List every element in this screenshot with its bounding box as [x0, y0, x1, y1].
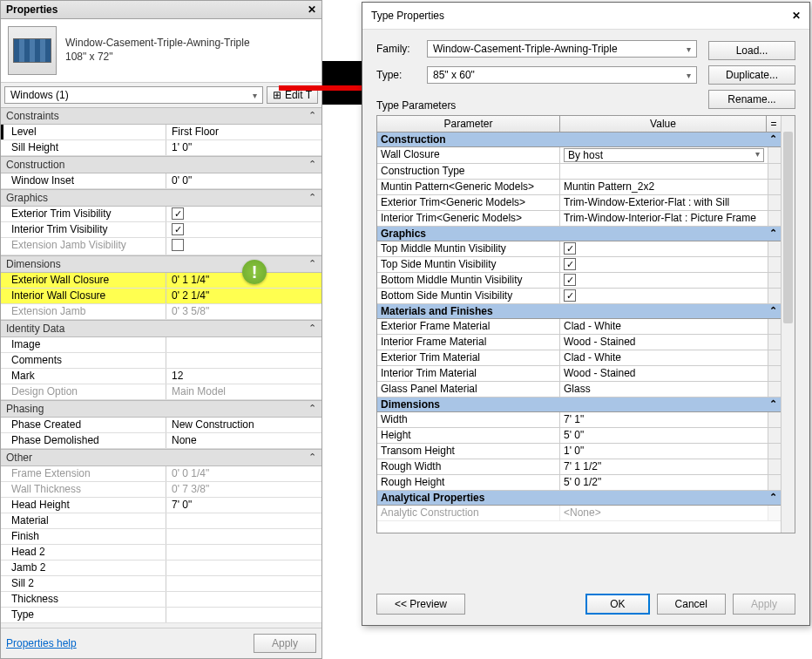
ok-button[interactable]: OK: [585, 594, 649, 615]
property-value[interactable]: 7' 0": [166, 498, 321, 513]
property-row[interactable]: Exterior Wall Closure0' 1 1/4": [1, 273, 321, 289]
dialog-close-icon[interactable]: ✕: [792, 10, 801, 22]
param-row[interactable]: Exterior Trim<Generic Models>Trim-Window…: [377, 195, 781, 211]
property-value[interactable]: [166, 353, 321, 368]
param-row[interactable]: Exterior Trim MaterialClad - White: [377, 350, 781, 366]
property-row[interactable]: Thickness: [1, 592, 321, 608]
property-value[interactable]: [166, 337, 321, 352]
param-value[interactable]: Wood - Stained: [560, 335, 768, 350]
property-value[interactable]: ✓: [166, 207, 321, 221]
param-value[interactable]: Muntin Pattern_2x2: [560, 180, 768, 194]
property-value[interactable]: [166, 576, 321, 591]
param-value[interactable]: ✓: [560, 257, 768, 272]
param-row[interactable]: Muntin Pattern<Generic Models>Muntin Pat…: [377, 180, 781, 195]
param-row[interactable]: Transom Height1' 0": [377, 444, 781, 459]
property-row[interactable]: Phase CreatedNew Construction: [1, 418, 321, 433]
property-row[interactable]: Finish: [1, 529, 321, 545]
checkbox[interactable]: ✓: [564, 274, 576, 286]
param-row[interactable]: Top Side Muntin Visibility✓: [377, 257, 781, 273]
property-row[interactable]: Phase DemolishedNone: [1, 433, 321, 449]
property-value[interactable]: [166, 529, 321, 544]
param-value[interactable]: By host▾: [560, 147, 768, 163]
param-value[interactable]: <None>: [560, 506, 768, 520]
family-dropdown[interactable]: Window-Casement-Triple-Awning-Triple▾: [427, 40, 697, 58]
property-row[interactable]: Comments: [1, 353, 321, 369]
category-header[interactable]: Materials and Finishes⌃: [377, 304, 781, 319]
property-value[interactable]: [166, 608, 321, 622]
property-row[interactable]: Extension Jamb0' 3 5/8": [1, 304, 321, 320]
category-header[interactable]: Analytical Properties⌃: [377, 491, 781, 506]
param-row[interactable]: Top Middle Muntin Visibility✓: [377, 241, 781, 257]
property-row[interactable]: Mark12: [1, 369, 321, 384]
property-row[interactable]: Exterior Trim Visibility✓: [1, 207, 321, 222]
property-row[interactable]: Extension Jamb Visibility: [1, 238, 321, 255]
select-box[interactable]: By host▾: [564, 148, 764, 162]
param-value[interactable]: [560, 164, 768, 179]
close-icon[interactable]: ✕: [308, 3, 316, 16]
property-row[interactable]: Sill 2: [1, 576, 321, 592]
property-value[interactable]: New Construction: [166, 418, 321, 432]
param-row[interactable]: Bottom Middle Muntin Visibility✓: [377, 273, 781, 289]
checkbox[interactable]: ✓: [172, 223, 184, 235]
param-row[interactable]: Rough Height5' 0 1/2": [377, 475, 781, 491]
param-value[interactable]: Clad - White: [560, 319, 768, 334]
group-header[interactable]: Graphics⌃: [1, 189, 321, 207]
apply-button[interactable]: Apply: [254, 634, 316, 653]
category-dropdown[interactable]: Windows (1)▾: [4, 86, 263, 104]
property-value[interactable]: First Floor: [166, 125, 321, 139]
group-header[interactable]: Other⌃: [1, 449, 321, 466]
param-row[interactable]: Bottom Side Muntin Visibility✓: [377, 289, 781, 304]
param-row[interactable]: Interior Trim MaterialWood - Stained: [377, 366, 781, 382]
param-row[interactable]: Analytic Construction<None>: [377, 506, 781, 521]
scrollbar[interactable]: [781, 116, 795, 533]
property-row[interactable]: Interior Wall Closure0' 2 1/4": [1, 289, 321, 304]
property-row[interactable]: Type: [1, 608, 321, 623]
property-row[interactable]: Head 2: [1, 545, 321, 560]
category-header[interactable]: Construction⌃: [377, 132, 781, 147]
type-dropdown[interactable]: 85" x 60"▾: [427, 66, 697, 84]
param-value[interactable]: Glass: [560, 382, 768, 397]
group-header[interactable]: Dimensions⌃: [1, 255, 321, 273]
property-value[interactable]: [166, 592, 321, 607]
property-row[interactable]: Jamb 2: [1, 560, 321, 576]
param-value[interactable]: ✓: [560, 241, 768, 256]
param-row[interactable]: Height5' 0": [377, 428, 781, 444]
param-value[interactable]: 5' 0": [560, 428, 768, 443]
param-value[interactable]: Trim-Window-Interior-Flat : Picture Fram…: [560, 211, 768, 226]
property-value[interactable]: 0' 0": [166, 173, 321, 188]
property-row[interactable]: Frame Extension0' 0 1/4": [1, 466, 321, 482]
group-header[interactable]: Phasing⌃: [1, 400, 321, 418]
param-value[interactable]: Clad - White: [560, 350, 768, 365]
property-value[interactable]: Main Model: [166, 384, 321, 399]
property-row[interactable]: Wall Thickness0' 7 3/8": [1, 482, 321, 498]
checkbox[interactable]: ✓: [172, 207, 184, 220]
property-value[interactable]: [166, 560, 321, 575]
checkbox[interactable]: [172, 239, 184, 251]
group-header[interactable]: Constraints⌃: [1, 107, 321, 125]
checkbox[interactable]: ✓: [564, 258, 576, 270]
param-value[interactable]: 7' 1": [560, 412, 768, 427]
load-button[interactable]: Load...: [708, 41, 795, 60]
param-value[interactable]: 7' 1 1/2": [560, 459, 768, 474]
param-row[interactable]: Exterior Frame MaterialClad - White: [377, 319, 781, 335]
property-row[interactable]: Window Inset0' 0": [1, 173, 321, 189]
property-row[interactable]: Material: [1, 513, 321, 529]
duplicate-button[interactable]: Duplicate...: [708, 65, 795, 85]
group-header[interactable]: Construction⌃: [1, 156, 321, 173]
group-header[interactable]: Identity Data⌃: [1, 320, 321, 337]
property-value[interactable]: [166, 545, 321, 560]
property-value[interactable]: None: [166, 433, 321, 448]
property-value[interactable]: 0' 7 3/8": [166, 482, 321, 497]
property-row[interactable]: Head Height7' 0": [1, 498, 321, 513]
param-value[interactable]: ✓: [560, 289, 768, 303]
properties-help-link[interactable]: Properties help: [6, 637, 77, 649]
property-row[interactable]: Interior Trim Visibility✓: [1, 222, 321, 238]
property-value[interactable]: [166, 513, 321, 528]
property-value[interactable]: 0' 2 1/4": [166, 289, 321, 303]
param-value[interactable]: Wood - Stained: [560, 366, 768, 381]
param-row[interactable]: Glass Panel MaterialGlass: [377, 382, 781, 397]
property-row[interactable]: Image: [1, 337, 321, 353]
property-row[interactable]: Design OptionMain Model: [1, 384, 321, 400]
property-value[interactable]: 0' 3 5/8": [166, 304, 321, 319]
property-row[interactable]: Sill Height1' 0": [1, 140, 321, 156]
